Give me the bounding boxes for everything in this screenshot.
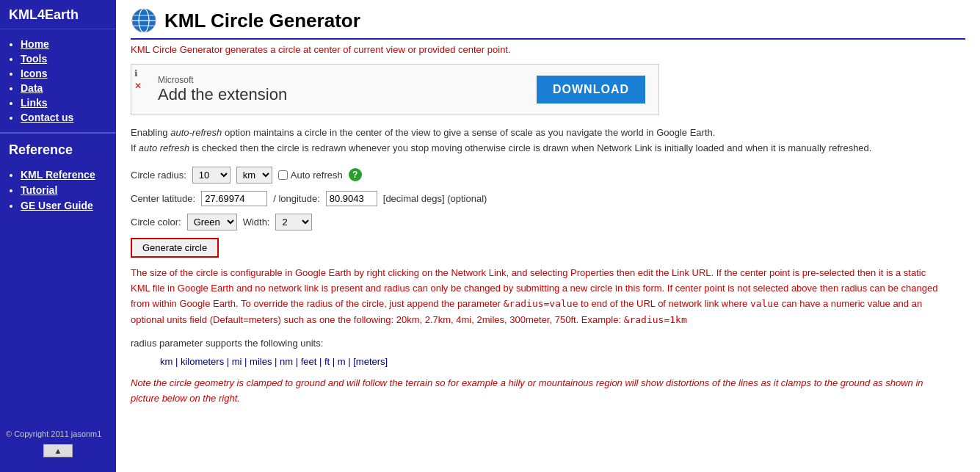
sidebar-nav: Home Tools Icons Data Links Contact us <box>0 29 116 134</box>
form-row-generate: Generate circle <box>131 238 965 258</box>
page-subtitle: KML Circle Generator generates a circle … <box>131 44 965 55</box>
ad-download-button[interactable]: DOWNLOAD <box>537 76 645 104</box>
help-icon[interactable]: ? <box>349 168 362 181</box>
page-title-area: KML Circle Generator <box>131 7 965 40</box>
sidebar-item-icons[interactable]: Icons <box>21 68 107 79</box>
copyright-text: © Copyright 2011 jasonm1 <box>0 418 116 438</box>
value-code: value <box>750 298 779 309</box>
note-text: Note the circle geometry is clamped to g… <box>131 376 938 407</box>
sidebar: KML4Earth Home Tools Icons Data Links Co… <box>0 0 116 472</box>
close-icon[interactable]: ✕ <box>134 80 142 92</box>
body-main-text: The size of the circle is configurable i… <box>131 265 938 328</box>
radius-select[interactable]: 10 5 20 50 100 <box>192 167 231 184</box>
info-icon[interactable]: ℹ <box>134 68 142 80</box>
sidebar-link-ge-user-guide[interactable]: GE User Guide <box>21 200 93 211</box>
lat-input[interactable]: 27.69974 <box>201 191 267 206</box>
color-label: Circle color: <box>131 217 181 228</box>
form-row-color: Circle color: Green Red Blue Yellow Whit… <box>131 214 965 230</box>
sidebar-item-tutorial[interactable]: Tutorial <box>21 184 107 196</box>
units-list: km | kilometers | mi | miles | nm | feet… <box>160 356 965 367</box>
sidebar-item-links[interactable]: Links <box>21 97 107 109</box>
radius-param-code: &radius=value <box>504 298 578 309</box>
sidebar-link-contact[interactable]: Contact us <box>21 112 73 123</box>
auto-refresh-em1: auto-refresh <box>170 127 222 138</box>
radius-label: Circle radius: <box>131 170 186 181</box>
auto-refresh-checkbox[interactable] <box>278 170 288 180</box>
color-select[interactable]: Green Red Blue Yellow White <box>187 214 237 230</box>
ad-provider: Microsoft <box>158 75 287 85</box>
form-row-latlon: Center latitude: 27.69974 / longitude: 8… <box>131 191 965 206</box>
auto-refresh-label[interactable]: Auto refresh <box>278 170 343 181</box>
kml-earth-icon <box>131 7 157 34</box>
example-code: &radius=1km <box>624 314 687 325</box>
auto-refresh-text: Auto refresh <box>291 170 343 181</box>
ad-close-icons: ℹ ✕ <box>134 68 142 92</box>
sidebar-item-kml-reference[interactable]: KML Reference <box>21 169 107 181</box>
sidebar-section-reference: Reference <box>0 134 116 162</box>
sidebar-link-home[interactable]: Home <box>21 38 49 50</box>
form-row-radius: Circle radius: 10 5 20 50 100 km mi nm f… <box>131 167 965 184</box>
ad-heading: Add the extension <box>158 85 287 104</box>
generate-circle-button[interactable]: Generate circle <box>131 238 219 258</box>
description-line2: If auto refresh is checked then the circ… <box>131 142 871 153</box>
sidebar-link-links[interactable]: Links <box>21 97 48 109</box>
sidebar-item-tools[interactable]: Tools <box>21 53 107 65</box>
sidebar-ref-nav: KML Reference Tutorial GE User Guide <box>0 162 116 218</box>
scroll-up-button[interactable]: ▲ <box>43 444 73 457</box>
body-text-content: The size of the circle is configurable i… <box>131 267 937 325</box>
sidebar-title: KML4Earth <box>0 0 116 29</box>
lon-label: / longitude: <box>273 193 320 204</box>
unit-select[interactable]: km mi nm ft m <box>236 167 272 184</box>
ad-text: Microsoft Add the extension <box>158 75 287 104</box>
sidebar-item-home[interactable]: Home <box>21 38 107 50</box>
main-content: KML Circle Generator KML Circle Generato… <box>116 0 980 472</box>
sidebar-link-icons[interactable]: Icons <box>21 68 48 79</box>
optional-text: [decimal degs] (optional) <box>383 193 487 204</box>
lat-label: Center latitude: <box>131 193 195 204</box>
ad-box: ℹ ✕ Microsoft Add the extension DOWNLOAD <box>131 64 659 115</box>
units-intro-text: radius parameter supports the following … <box>131 338 938 349</box>
sidebar-link-kml-reference[interactable]: KML Reference <box>21 169 95 181</box>
width-select[interactable]: 2 1 3 4 5 <box>275 214 312 230</box>
sidebar-item-contact[interactable]: Contact us <box>21 112 107 123</box>
sidebar-link-tutorial[interactable]: Tutorial <box>21 184 57 196</box>
auto-refresh-em2: auto refresh <box>139 142 189 153</box>
description-line1: Enabling auto-refresh option maintains a… <box>131 127 715 138</box>
sidebar-item-data[interactable]: Data <box>21 82 107 94</box>
lon-input[interactable]: 80.9043 <box>326 191 377 206</box>
width-label: Width: <box>243 217 270 228</box>
sidebar-link-data[interactable]: Data <box>21 82 43 94</box>
description-text: Enabling auto-refresh option maintains a… <box>131 126 938 156</box>
sidebar-item-ge-user-guide[interactable]: GE User Guide <box>21 200 107 211</box>
page-heading: KML Circle Generator <box>164 10 360 32</box>
sidebar-link-tools[interactable]: Tools <box>21 53 47 65</box>
